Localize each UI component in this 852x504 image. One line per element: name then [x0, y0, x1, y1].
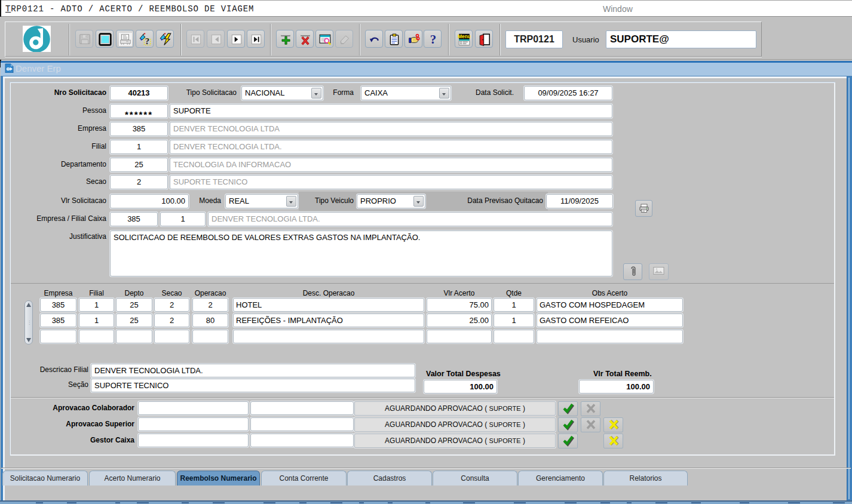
svg-text:?: ? — [145, 36, 149, 46]
svg-text:?: ? — [430, 33, 436, 46]
svg-text:Menu: Menu — [458, 34, 471, 39]
